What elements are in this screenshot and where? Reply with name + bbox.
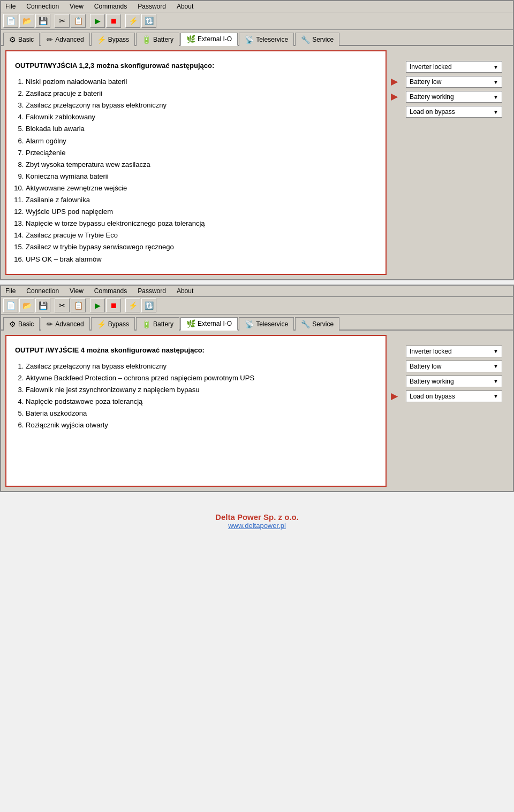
tab-teleservice-1[interactable]: 📡 Teleservice: [239, 33, 294, 46]
list-item: Alarm ogólny: [26, 135, 377, 147]
toolbar-save-2[interactable]: 💾: [35, 298, 50, 312]
tab-external-io-2[interactable]: 🌿 External I-O: [180, 317, 238, 331]
list-item: Bateria uszkodzona: [26, 408, 377, 419]
toolbar-stop[interactable]: ⏹: [106, 14, 121, 28]
dropdown-arrow-icon: ▼: [493, 64, 498, 70]
dropdown-inverter-locked-2[interactable]: Inverter locked ▼: [406, 346, 502, 357]
dropdown-load-on-bypass-2[interactable]: Load on bypass ▼: [406, 390, 502, 402]
tab-teleservice-2[interactable]: 📡 Teleservice: [239, 317, 294, 331]
tab-advanced-2[interactable]: ✏ Advanced: [41, 317, 89, 331]
tab-service-2[interactable]: 🔧 Service: [295, 317, 339, 331]
list-item: Zasilanie z falownika: [26, 194, 377, 206]
toolbar-stop-2[interactable]: ⏹: [106, 298, 121, 312]
dropdown-label: Battery low: [410, 78, 441, 86]
toolbar-play[interactable]: ▶: [90, 14, 105, 28]
toolbar-open[interactable]: 📂: [19, 14, 34, 28]
list-item: Napięcie w torze bypassu elektronicznego…: [26, 218, 377, 229]
teleservice-icon-2: 📡: [245, 320, 254, 328]
list-item: Rozłącznik wyjścia otwarty: [26, 419, 377, 431]
toolbar-open-2[interactable]: 📂: [19, 298, 34, 312]
info-panel-2: OUTPUT /WYJŚCIE 4 można skonfigurować na…: [5, 335, 387, 487]
menu-file[interactable]: File: [3, 2, 18, 11]
dropdown-label: Battery working: [410, 378, 454, 385]
toolbar-cut[interactable]: ✂: [55, 14, 70, 28]
menu-commands[interactable]: Commands: [92, 2, 129, 11]
list-item: Wyjście UPS pod napięciem: [26, 206, 377, 218]
toolbar-extra1-2[interactable]: ⚡: [125, 298, 140, 312]
window-1: File Connection View Commands Password A…: [0, 0, 514, 280]
dropdown-load-on-bypass-1[interactable]: Load on bypass ▼: [406, 106, 502, 118]
tab-bar-2: ⚙ Basic ✏ Advanced ⚡ Bypass 🔋 Battery 🌿 …: [1, 315, 513, 331]
dropdown-arrow-icon: ▼: [493, 378, 498, 384]
dropdown-row-8: ▶ Load on bypass ▼: [391, 390, 509, 402]
tab-basic-label-2: Basic: [18, 320, 34, 328]
info-list-1: Niski poziom naładowania baterii Zasilac…: [26, 76, 377, 265]
dropdown-battery-low-1[interactable]: Battery low ▼: [406, 76, 502, 88]
toolbar-new[interactable]: 📄: [3, 14, 18, 28]
tab-battery-1[interactable]: 🔋 Battery: [136, 33, 179, 46]
advanced-icon-1: ✏: [47, 35, 53, 44]
tab-basic-1[interactable]: ⚙ Basic: [3, 33, 40, 46]
dropdown-battery-working-1[interactable]: Battery working ▼: [406, 91, 502, 103]
footer: Delta Power Sp. z o.o. www.deltapower.pl: [0, 496, 514, 540]
menu-connection[interactable]: Connection: [24, 2, 61, 11]
menu-connection-2[interactable]: Connection: [24, 287, 61, 295]
arrow-indicator-2: ▶: [391, 78, 404, 86]
tab-service-label-1: Service: [312, 36, 334, 43]
tab-battery-label-1: Battery: [153, 36, 173, 43]
tab-service-1[interactable]: 🔧 Service: [295, 33, 339, 46]
menu-about[interactable]: About: [175, 2, 195, 11]
list-item: Konieczna wymiana baterii: [26, 171, 377, 182]
list-item: Zasilacz pracuje w Trybie Eco: [26, 229, 377, 241]
menu-commands-2[interactable]: Commands: [92, 287, 129, 295]
dropdown-row-1: Inverter locked ▼: [391, 61, 509, 73]
website-link[interactable]: www.deltapower.pl: [0, 522, 514, 530]
list-item: Falownik nie jest zsynchronizowany z nap…: [26, 384, 377, 396]
toolbar-new-2[interactable]: 📄: [3, 298, 18, 312]
tab-service-label-2: Service: [312, 320, 334, 328]
dropdown-inverter-locked-1[interactable]: Inverter locked ▼: [406, 61, 502, 73]
tab-bypass-1[interactable]: ⚡ Bypass: [91, 33, 135, 46]
toolbar-play-2[interactable]: ▶: [90, 298, 105, 312]
dropdown-label: Inverter locked: [410, 63, 452, 71]
tab-bypass-label-2: Bypass: [108, 320, 129, 328]
toolbar-extra2-2[interactable]: 🔃: [141, 298, 156, 312]
arrow-indicator-8: ▶: [391, 392, 404, 401]
dropdown-row-2: ▶ Battery low ▼: [391, 76, 509, 88]
dropdown-row-4: Load on bypass ▼: [391, 106, 509, 118]
tab-external-io-1[interactable]: 🌿 External I-O: [180, 33, 238, 46]
menu-about-2[interactable]: About: [175, 287, 195, 295]
toolbar-cut-2[interactable]: ✂: [55, 298, 70, 312]
toolbar-extra1[interactable]: ⚡: [125, 14, 140, 28]
menu-password-2[interactable]: Password: [135, 287, 168, 295]
tab-bypass-2[interactable]: ⚡ Bypass: [91, 317, 135, 331]
toolbar-save[interactable]: 💾: [35, 14, 50, 28]
list-item: Zasilacz przełączony na bypass elektroni…: [26, 361, 377, 372]
tab-teleservice-label-1: Teleservice: [256, 36, 288, 43]
dropdown-battery-working-2[interactable]: Battery working ▼: [406, 376, 502, 387]
tab-external-io-label-1: External I-O: [198, 35, 232, 43]
menu-password[interactable]: Password: [135, 2, 168, 11]
toolbar-copy-2[interactable]: 📋: [71, 298, 86, 312]
tab-basic-2[interactable]: ⚙ Basic: [3, 317, 40, 331]
dropdown-arrow-icon: ▼: [493, 109, 498, 115]
dropdown-arrow-icon: ▼: [493, 393, 498, 399]
tab-battery-2[interactable]: 🔋 Battery: [136, 317, 179, 331]
right-panel-2: Inverter locked ▼ Battery low ▼ Battery …: [391, 335, 509, 487]
battery-icon-2: 🔋: [142, 320, 151, 328]
tab-advanced-label-2: Advanced: [55, 320, 84, 328]
toolbar-2: 📄 📂 💾 ✂ 📋 ▶ ⏹ ⚡ 🔃: [1, 297, 513, 315]
menu-view-2[interactable]: View: [67, 287, 86, 295]
toolbar-extra2[interactable]: 🔃: [141, 14, 156, 28]
company-name: Delta Power Sp. z o.o.: [0, 512, 514, 522]
info-title-1: OUTPUT/WYJŚCIA 1,2,3 można skonfigurować…: [15, 60, 377, 72]
bypass-icon-2: ⚡: [97, 320, 106, 328]
toolbar-copy[interactable]: 📋: [71, 14, 86, 28]
dropdown-arrow-icon: ▼: [493, 348, 498, 354]
tab-advanced-1[interactable]: ✏ Advanced: [41, 33, 89, 46]
menu-file-2[interactable]: File: [3, 287, 18, 295]
dropdown-battery-low-2[interactable]: Battery low ▼: [406, 361, 502, 372]
battery-icon-1: 🔋: [142, 35, 151, 44]
menu-view[interactable]: View: [67, 2, 86, 11]
dropdown-label: Battery working: [410, 93, 454, 101]
